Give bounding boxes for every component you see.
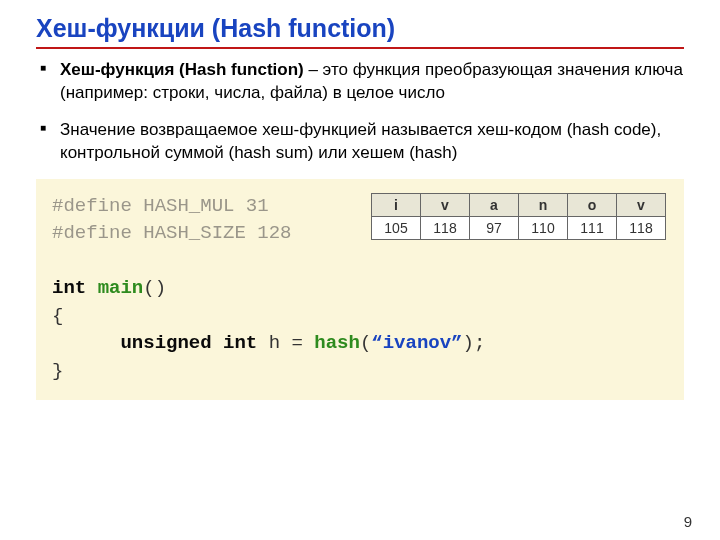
bullet-list: Хеш-функция (Hash function) – это функци… <box>36 59 684 165</box>
table-value-cell: 97 <box>470 216 519 239</box>
table-header-cell: o <box>568 193 617 216</box>
page-title: Хеш-функции (Hash function) <box>36 14 684 43</box>
code-token: } <box>52 360 63 382</box>
code-token: ( <box>360 332 371 354</box>
table-header-cell: n <box>519 193 568 216</box>
table-value-cell: 118 <box>617 216 666 239</box>
code-token: h = <box>257 332 314 354</box>
code-line <box>52 248 668 276</box>
code-token: () <box>143 277 166 299</box>
table-value-cell: 111 <box>568 216 617 239</box>
code-token-func: main <box>98 277 144 299</box>
table-value-cell: 105 <box>372 216 421 239</box>
ascii-table: i v a n o v 105 118 97 110 111 118 <box>371 193 666 240</box>
code-token-keyword: unsigned int <box>120 332 257 354</box>
table-value-cell: 110 <box>519 216 568 239</box>
code-line: { <box>52 303 668 331</box>
page-number: 9 <box>684 513 692 530</box>
code-token-define: #define <box>52 195 132 217</box>
table-header-cell: i <box>372 193 421 216</box>
code-token-keyword: int <box>52 277 86 299</box>
table-header-cell: v <box>421 193 470 216</box>
code-token: ); <box>463 332 486 354</box>
code-line: } <box>52 358 668 386</box>
code-token: HASH_MUL 31 <box>132 195 269 217</box>
code-token: HASH_SIZE 128 <box>132 222 292 244</box>
bullet-1: Хеш-функция (Hash function) – это функци… <box>60 59 684 105</box>
bullet-1-strong: Хеш-функция (Hash function) <box>60 60 304 79</box>
code-token-define: #define <box>52 222 132 244</box>
table-value-cell: 118 <box>421 216 470 239</box>
code-block: i v a n o v 105 118 97 110 111 118 #defi… <box>36 179 684 400</box>
code-token-string: “ivanov” <box>371 332 462 354</box>
code-line: int main() <box>52 275 668 303</box>
table-header-cell: v <box>617 193 666 216</box>
table-header-cell: a <box>470 193 519 216</box>
code-token: { <box>52 305 63 327</box>
code-line: unsigned int h = hash(“ivanov”); <box>52 330 668 358</box>
title-rule <box>36 47 684 49</box>
bullet-2: Значение возвращаемое хеш-функцией назыв… <box>60 119 684 165</box>
code-token <box>86 277 97 299</box>
code-token-func: hash <box>314 332 360 354</box>
code-token <box>52 332 120 354</box>
